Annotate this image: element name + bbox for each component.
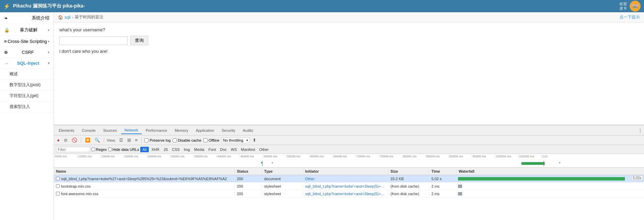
search-network-button[interactable]: 🔍 [94, 137, 101, 143]
timeline-marker-end [544, 161, 544, 166]
table-row[interactable]: sqli_blind_t.php?name=kobe%27+and+Sleep%… [54, 175, 644, 183]
ruler-mark-12: 65000 ms [332, 155, 356, 158]
tab-memory[interactable]: Memory [171, 127, 192, 134]
tab-performance[interactable]: Performance [142, 127, 171, 134]
timeline-dot-end [559, 162, 560, 163]
sidebar-sub-str-get[interactable]: 字符型注入(get) [0, 91, 54, 101]
waterfall-bar-2 [458, 192, 462, 195]
throttle-wrapper[interactable]: No throttling ▾ [221, 138, 249, 143]
hide-data-urls-checkbox[interactable] [108, 147, 112, 151]
ruler-mark-20: 105000 ms [518, 155, 541, 158]
row-checkbox-1[interactable] [56, 184, 60, 188]
tab-network[interactable]: Network [121, 127, 142, 134]
regex-checkbox[interactable] [91, 147, 95, 151]
stop-button[interactable]: ⊘ [63, 137, 69, 143]
filter-css-button[interactable]: CSS [171, 147, 181, 152]
tab-security[interactable]: Security [218, 127, 239, 134]
sidebar-item-sys-intro[interactable]: ❧ 系统介绍 [0, 12, 54, 24]
sqlinject-icon: → [4, 61, 9, 66]
breadcrumb-left: 🏠 sqli › 基于时间的盲注 [58, 14, 103, 20]
sidebar-label-csrf: CSRF [22, 50, 34, 55]
col-header-size: Size [388, 169, 429, 173]
tab-application[interactable]: Application [192, 127, 218, 134]
col-header-waterfall: Waterfall [457, 169, 644, 173]
filter-all-button[interactable]: All [140, 147, 148, 152]
clear-button[interactable]: 🚫 [71, 137, 78, 143]
filter-img-button[interactable]: Img [182, 147, 191, 152]
timeline-dot-45k [261, 162, 262, 163]
filter-button[interactable]: 🔽 [84, 137, 91, 143]
toolbar-separator-2 [104, 138, 104, 143]
row-name-0: sqli_blind_t.php?name=kobe%27+and+Sleep%… [61, 177, 227, 181]
hint-button[interactable]: 点一下提示 [619, 14, 640, 20]
tab-sources[interactable]: Sources [100, 127, 120, 134]
more-icon[interactable]: ⋮ [638, 128, 643, 133]
preserve-log-label[interactable]: Preserve log [144, 138, 171, 142]
filter-xhr-button[interactable]: XHR [150, 147, 161, 152]
tab-elements[interactable]: Elements [55, 127, 78, 134]
cell-waterfall-0: 5.02s [457, 175, 644, 183]
preserve-log-checkbox[interactable] [144, 138, 148, 142]
view-group-button[interactable]: ≡ [134, 137, 139, 143]
search-input[interactable] [59, 36, 128, 45]
cell-time-0: 5.02 s [429, 177, 457, 181]
record-button[interactable]: ● [56, 137, 61, 143]
page-content: what's your username? 查询 i don't care wh… [54, 22, 644, 125]
cell-size-1: (from disk cache) [388, 184, 429, 188]
brute-force-icon: 🔒 [4, 28, 10, 33]
row-checkbox-2[interactable] [56, 192, 60, 195]
sidebar-label-sqlinject: SQL-Inject [17, 61, 39, 66]
offline-checkbox[interactable] [203, 138, 207, 142]
sidebar-item-xss[interactable]: ≡ Cross-Site Scripting ▾ [0, 36, 54, 47]
top-bar-right: 欢迎 皮卡 🐭 [619, 1, 641, 12]
view-list-button[interactable]: ☰ [118, 137, 124, 143]
offline-label[interactable]: Offline [203, 138, 219, 142]
tab-audits-label: Audits [243, 128, 253, 132]
sidebar-item-sqlinject[interactable]: → SQL-Inject ▾ [0, 58, 54, 69]
sidebar-sub-search[interactable]: 搜索型注入 [0, 101, 54, 112]
disable-cache-checkbox[interactable] [173, 138, 177, 142]
ruler-mark-16: 85000 ms [425, 155, 448, 158]
network-table-header: Name Status Type Initiator Size Time Wat… [54, 168, 644, 175]
tab-audits[interactable]: Audits [239, 127, 257, 134]
cell-time-1: 2 ms [429, 184, 457, 188]
search-button[interactable]: 查询 [130, 36, 148, 45]
sidebar-item-csrf[interactable]: ⊕ CSRF ▾ [0, 47, 54, 58]
filter-media-button[interactable]: Media [193, 147, 206, 152]
breadcrumb-current: 基于时间的盲注 [75, 14, 103, 20]
sidebar-label-xss: Cross-Site Scripting [8, 39, 47, 44]
import-har-button[interactable]: ⬆ [252, 137, 257, 143]
throttle-select[interactable]: No throttling [221, 138, 249, 143]
page-response: i don't care who you are! [59, 49, 639, 54]
view-grid-button[interactable]: ⊞ [126, 137, 132, 143]
filter-ws-button[interactable]: WS [229, 147, 238, 152]
table-row[interactable]: font-awesome.min.css 200 stylesheet sqli… [54, 190, 644, 198]
toolbar-separator-3 [141, 138, 142, 143]
timeline-green-bar [521, 162, 545, 165]
breadcrumb-separator: › [72, 15, 73, 20]
cell-type-0: document [262, 177, 303, 181]
sidebar-sub-num-post[interactable]: 数字型注入(post) [0, 80, 54, 91]
sidebar-sub-overview[interactable]: 概述 [0, 69, 54, 80]
regex-text: Regex [96, 147, 107, 152]
disable-cache-text: Disable cache [178, 138, 201, 142]
table-row[interactable]: bootstrap.min.css 200 stylesheet sqli_bl… [54, 183, 644, 190]
cell-initiator-1: sqli_blind_t.php?name=kobe'+and+Sleep(5)… [303, 184, 388, 188]
filter-other-button[interactable]: Other [258, 147, 270, 152]
col-header-initiator: Initiator [303, 169, 388, 173]
sidebar-item-brute-force[interactable]: 🔒 暴力破解 ▾ [0, 24, 54, 36]
regex-label[interactable]: Regex [91, 147, 107, 152]
breadcrumb-sqli[interactable]: sqli [65, 15, 71, 20]
filter-font-button[interactable]: Font [207, 147, 217, 152]
tab-console[interactable]: Console [78, 127, 99, 134]
filter-js-button[interactable]: JS [162, 147, 169, 152]
timeline-ruler: 5000 ms 10000 ms 15000 ms 20000 ms 25000… [54, 154, 644, 160]
ruler-mark-19: 100000 ms [495, 155, 518, 158]
filter-manifest-button[interactable]: Manifest [240, 147, 257, 152]
sys-intro-icon: ❧ [4, 16, 8, 21]
disable-cache-label[interactable]: Disable cache [173, 138, 201, 142]
filter-input[interactable] [56, 147, 90, 152]
hide-data-urls-label[interactable]: Hide data URLs [108, 147, 139, 152]
filter-doc-button[interactable]: Doc [219, 147, 228, 152]
row-checkbox-0[interactable] [56, 177, 60, 180]
